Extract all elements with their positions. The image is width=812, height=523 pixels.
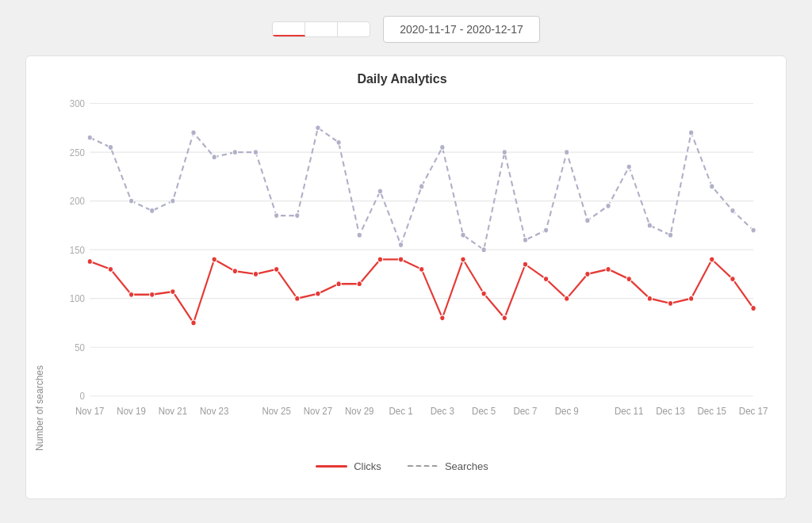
y-axis-label: Number of searches xyxy=(34,94,45,451)
svg-point-60 xyxy=(710,184,714,189)
searches-legend-label: Searches xyxy=(445,460,488,472)
svg-point-39 xyxy=(274,213,279,219)
chart-area: Number of searches 050100150200250300Nov… xyxy=(34,94,770,451)
svg-text:Nov 25: Nov 25 xyxy=(262,405,291,417)
svg-point-44 xyxy=(377,189,382,194)
svg-point-81 xyxy=(461,257,465,262)
weekly-button[interactable] xyxy=(305,22,338,36)
svg-text:Dec 15: Dec 15 xyxy=(698,405,727,417)
svg-point-31 xyxy=(108,144,113,150)
svg-point-40 xyxy=(295,213,300,219)
svg-point-55 xyxy=(606,203,611,208)
svg-point-32 xyxy=(128,198,133,204)
chart-inner: 050100150200250300Nov 17Nov 19Nov 21Nov … xyxy=(48,94,770,451)
svg-text:Dec 1: Dec 1 xyxy=(389,405,413,417)
svg-point-80 xyxy=(440,315,445,321)
svg-point-74 xyxy=(316,291,320,296)
svg-point-76 xyxy=(357,281,362,287)
svg-text:150: 150 xyxy=(70,244,85,256)
svg-point-82 xyxy=(481,291,486,296)
svg-point-51 xyxy=(523,237,527,242)
svg-point-77 xyxy=(377,257,382,262)
svg-point-67 xyxy=(170,289,175,295)
svg-point-38 xyxy=(253,150,258,155)
chart-svg: 050100150200250300Nov 17Nov 19Nov 21Nov … xyxy=(48,94,770,451)
svg-point-42 xyxy=(336,139,341,145)
svg-point-86 xyxy=(565,296,569,301)
svg-point-65 xyxy=(128,292,133,297)
svg-point-64 xyxy=(108,266,113,272)
clicks-legend-label: Clicks xyxy=(354,460,381,472)
svg-point-73 xyxy=(295,296,300,301)
svg-text:Dec 13: Dec 13 xyxy=(656,405,685,417)
svg-point-36 xyxy=(212,155,216,160)
svg-text:Nov 23: Nov 23 xyxy=(200,405,229,417)
svg-point-50 xyxy=(502,150,507,155)
svg-point-59 xyxy=(688,130,693,136)
svg-point-34 xyxy=(170,198,175,204)
svg-text:Dec 11: Dec 11 xyxy=(615,405,644,417)
chart-title: Daily Analytics xyxy=(34,72,770,86)
searches-legend-line xyxy=(407,465,439,468)
svg-point-95 xyxy=(751,306,756,311)
svg-point-92 xyxy=(688,296,693,301)
svg-point-62 xyxy=(751,227,756,233)
svg-text:Nov 27: Nov 27 xyxy=(304,405,333,417)
svg-text:200: 200 xyxy=(70,196,85,208)
svg-point-79 xyxy=(419,266,424,272)
svg-text:0: 0 xyxy=(80,391,86,403)
svg-point-68 xyxy=(191,320,196,326)
svg-text:Dec 7: Dec 7 xyxy=(513,405,537,417)
svg-point-85 xyxy=(543,277,548,282)
svg-point-78 xyxy=(398,257,403,262)
svg-point-53 xyxy=(565,150,569,155)
svg-text:Dec 17: Dec 17 xyxy=(739,405,768,417)
svg-text:Dec 3: Dec 3 xyxy=(431,405,454,417)
svg-point-87 xyxy=(585,271,590,277)
controls-bar: 2020-11-17 - 2020-12-17 xyxy=(272,16,540,43)
monthly-button[interactable] xyxy=(338,22,370,36)
svg-text:Nov 17: Nov 17 xyxy=(75,405,105,417)
svg-point-94 xyxy=(730,277,735,282)
svg-point-69 xyxy=(212,257,216,262)
searches-legend-item: Searches xyxy=(407,460,488,472)
svg-point-41 xyxy=(316,125,320,131)
date-range-button[interactable]: 2020-11-17 - 2020-12-17 xyxy=(383,16,540,43)
svg-point-72 xyxy=(274,266,279,272)
svg-text:50: 50 xyxy=(75,342,85,353)
svg-point-33 xyxy=(150,208,155,213)
svg-point-61 xyxy=(730,208,735,213)
svg-point-54 xyxy=(585,218,590,223)
svg-point-91 xyxy=(668,300,672,306)
svg-point-83 xyxy=(502,315,507,321)
svg-point-70 xyxy=(232,269,237,274)
svg-text:Nov 19: Nov 19 xyxy=(117,405,146,417)
svg-text:300: 300 xyxy=(70,98,85,110)
svg-text:250: 250 xyxy=(70,147,85,158)
svg-point-63 xyxy=(87,258,92,264)
svg-point-49 xyxy=(481,247,486,253)
svg-point-48 xyxy=(461,232,465,238)
legend: Clicks Searches xyxy=(34,460,770,472)
svg-point-35 xyxy=(191,130,196,136)
clicks-legend-item: Clicks xyxy=(316,460,381,472)
svg-point-84 xyxy=(523,262,527,267)
svg-text:Nov 29: Nov 29 xyxy=(345,405,374,417)
svg-point-93 xyxy=(710,257,714,262)
svg-point-89 xyxy=(626,277,631,282)
svg-point-71 xyxy=(253,271,258,277)
daily-button[interactable] xyxy=(273,22,305,36)
svg-point-56 xyxy=(626,164,631,170)
chart-container: Daily Analytics Number of searches 05010… xyxy=(25,55,787,499)
svg-point-45 xyxy=(398,242,403,248)
svg-point-46 xyxy=(419,184,424,189)
svg-point-75 xyxy=(336,281,341,287)
svg-point-58 xyxy=(668,232,672,238)
svg-text:Dec 5: Dec 5 xyxy=(472,405,496,417)
svg-text:Nov 21: Nov 21 xyxy=(159,405,188,417)
period-button-group xyxy=(272,21,370,37)
page: 2020-11-17 - 2020-12-17 Daily Analytics … xyxy=(0,0,812,523)
svg-point-47 xyxy=(440,144,445,150)
svg-text:100: 100 xyxy=(70,293,85,305)
svg-point-30 xyxy=(87,135,92,140)
